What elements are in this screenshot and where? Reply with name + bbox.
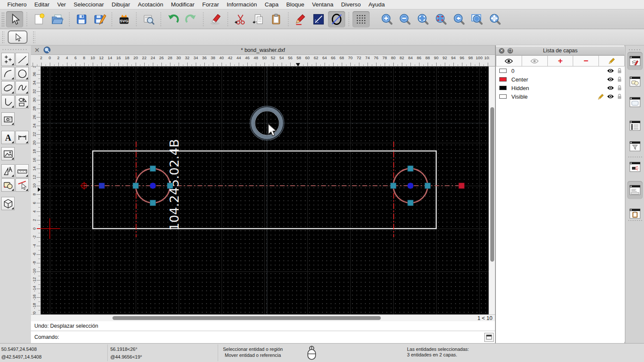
washer-plate-outline[interactable] — [93, 151, 436, 229]
command-input[interactable] — [59, 332, 484, 342]
new-file-button[interactable] — [30, 11, 48, 27]
command-detach-button[interactable] — [484, 333, 494, 342]
show-all-layers-button[interactable] — [496, 55, 522, 66]
line-tool-button[interactable] — [310, 11, 327, 27]
edit-layer-button[interactable] — [599, 55, 625, 66]
menu-item-fichero[interactable]: Fichero — [3, 0, 30, 9]
select-arrow-button[interactable] — [6, 11, 23, 27]
tool-hatch-button[interactable] — [1, 112, 15, 126]
remove-layer-button[interactable]: − — [573, 55, 599, 66]
horizontal-scrollbar-thumb[interactable] — [112, 316, 381, 320]
dock-block-list-button[interactable] — [627, 72, 643, 90]
hide-all-layers-button[interactable] — [522, 55, 548, 66]
h-ruler-label: 72 — [357, 55, 361, 60]
layer-visible-icon[interactable] — [607, 68, 614, 73]
vertical-scrollbar-thumb[interactable] — [490, 107, 494, 262]
menu-item-modificar[interactable]: Modificar — [167, 0, 198, 9]
tool-image-button[interactable] — [1, 147, 15, 160]
layer-color-swatch[interactable] — [499, 94, 507, 99]
draw-pen-button[interactable] — [292, 11, 309, 27]
redo-button[interactable] — [182, 11, 200, 27]
layer-visible-icon[interactable] — [607, 77, 614, 82]
copy-button[interactable] — [249, 11, 267, 27]
window-icon — [486, 335, 492, 340]
tool-ellipse-button[interactable] — [1, 81, 15, 94]
tool-block-button[interactable] — [1, 178, 15, 192]
dock-command-line-button[interactable] — [627, 181, 643, 199]
tool-points-button[interactable] — [1, 53, 15, 66]
menu-item-dibujar[interactable]: Dibujar — [108, 0, 134, 9]
tool-spline-button[interactable] — [15, 81, 29, 94]
menu-item-editar[interactable]: Editar — [30, 0, 53, 9]
dock-entity-tree-button[interactable] — [627, 117, 643, 135]
tool-arc-button[interactable] — [1, 67, 15, 80]
dock-layer-list-button[interactable] — [627, 52, 643, 70]
open-file-button[interactable] — [49, 11, 66, 27]
layer-color-swatch[interactable] — [499, 69, 507, 73]
horizontal-scrollbar[interactable]: 1 < 10 — [31, 314, 495, 321]
snap-grid-button[interactable] — [352, 11, 370, 27]
svg-export-button[interactable]: SVG — [115, 11, 133, 27]
layer-visible-icon[interactable] — [607, 85, 614, 90]
zoom-window-button[interactable] — [468, 11, 486, 27]
plus-icon: + — [558, 57, 562, 64]
tool-circle-button[interactable] — [15, 67, 29, 80]
print-preview-button[interactable] — [140, 11, 157, 27]
add-layer-button[interactable]: + — [548, 55, 574, 66]
zoom-previous-button[interactable] — [450, 11, 468, 27]
menu-item-ver[interactable]: Ver — [53, 0, 70, 9]
tool-line-button[interactable] — [15, 53, 29, 66]
delete-button[interactable] — [207, 11, 224, 27]
zoom-selection-button[interactable] — [432, 11, 450, 27]
dock-clipboard-button[interactable] — [627, 205, 643, 223]
layer-row-hidden[interactable]: Hidden — [496, 84, 625, 92]
paste-button[interactable] — [267, 11, 285, 27]
layer-row-0[interactable]: 0 — [496, 66, 625, 75]
tool-drafting-button[interactable] — [1, 164, 15, 178]
dock-selection-filter-button[interactable] — [627, 137, 643, 155]
line-start-grip[interactable] — [99, 183, 105, 189]
layer-visible-icon[interactable] — [607, 94, 614, 99]
ellipse-tool-button[interactable] — [328, 11, 345, 27]
zoom-out-button[interactable] — [396, 11, 413, 27]
drawing-canvas[interactable]: 104.245.02.4B — [41, 66, 489, 314]
tool-modify-button[interactable] — [15, 178, 29, 192]
menu-item-diverso[interactable]: Diverso — [337, 0, 365, 9]
save-as-button[interactable] — [91, 11, 108, 27]
menu-item-información[interactable]: Información — [223, 0, 261, 9]
tool-measure-button[interactable] — [15, 164, 29, 178]
tool-polygon-button[interactable] — [15, 95, 29, 109]
layer-row-visible[interactable]: Visible — [496, 92, 625, 101]
layer-lock-icon[interactable] — [617, 85, 622, 91]
menu-item-seleccionar[interactable]: Seleccionar — [70, 0, 108, 9]
menu-item-forzar[interactable]: Forzar — [198, 0, 223, 9]
dock-projection-button[interactable] — [627, 158, 643, 176]
layer-row-center[interactable]: Center — [496, 75, 625, 84]
zoom-pan-button[interactable] — [486, 11, 504, 27]
zoom-auto-button[interactable] — [414, 11, 431, 27]
tool-cube-button[interactable] — [1, 197, 15, 210]
vertical-scrollbar[interactable] — [489, 66, 495, 314]
layer-lock-icon[interactable] — [617, 76, 622, 82]
zoom-in-button[interactable] — [378, 11, 395, 27]
undo-button[interactable] — [164, 11, 182, 27]
circle-center-point-left[interactable] — [150, 183, 156, 189]
cut-button[interactable] — [231, 11, 249, 27]
save-button[interactable] — [73, 11, 90, 27]
menu-item-capa[interactable]: Capa — [261, 0, 283, 9]
menu-item-acotación[interactable]: Acotación — [134, 0, 167, 9]
line-end-grip[interactable] — [459, 183, 465, 189]
layer-color-swatch[interactable] — [499, 86, 507, 90]
selection-pointer-button[interactable] — [8, 30, 27, 44]
tool-text-button[interactable]: A — [1, 131, 15, 144]
menu-item-ventana[interactable]: Ventana — [308, 0, 337, 9]
circle-center-point-right[interactable] — [407, 183, 413, 189]
menu-item-ayuda[interactable]: Ayuda — [365, 0, 389, 9]
tool-polyline-button[interactable] — [1, 95, 15, 109]
dock-library-browser-button[interactable] — [627, 93, 643, 111]
tool-dimension-button[interactable] — [15, 131, 29, 144]
layer-lock-icon[interactable] — [617, 68, 622, 74]
layer-color-swatch[interactable] — [499, 77, 507, 81]
menu-item-bloque[interactable]: Bloque — [283, 0, 308, 9]
layer-lock-icon[interactable] — [617, 94, 622, 100]
